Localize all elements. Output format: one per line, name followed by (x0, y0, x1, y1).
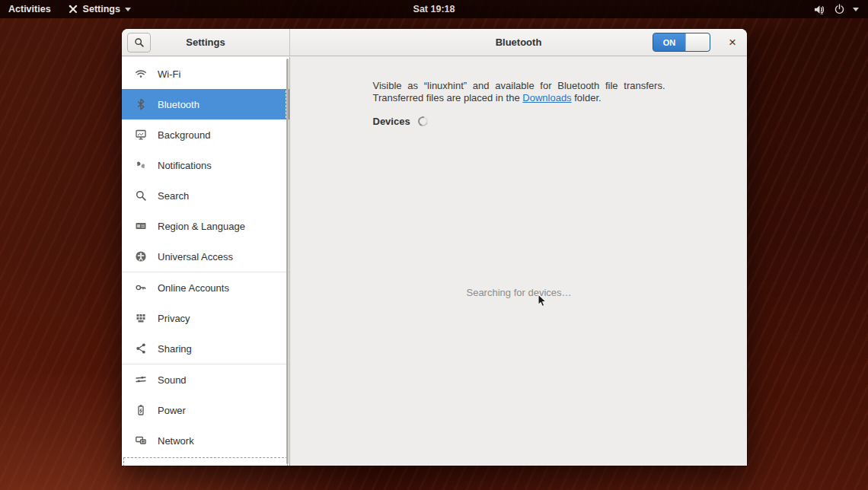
system-status-area[interactable] (807, 0, 865, 18)
sidebar-header: Settings (122, 29, 290, 56)
devices-icon (135, 465, 147, 466)
sound-icon (135, 374, 147, 386)
region-language-icon (135, 220, 147, 232)
sidebar-item-label: Search (158, 190, 189, 202)
devices-heading: Devices (373, 116, 410, 127)
background-icon (135, 129, 147, 141)
settings-window: Settings Bluetooth ON × Wi-FiBluetoothBa… (122, 29, 747, 466)
bluetooth-toggle[interactable]: ON (653, 33, 710, 52)
sidebar-item-online-accounts[interactable]: Online Accounts (122, 272, 289, 303)
sidebar-item-devices[interactable]: Devices› (122, 456, 289, 466)
sidebar-item-label: Power (158, 405, 186, 416)
panel-header: Bluetooth ON × (290, 29, 747, 56)
sidebar-item-label: Privacy (158, 313, 190, 324)
sidebar-item-power[interactable]: Power (122, 395, 289, 425)
sidebar-item-label: Region & Language (158, 221, 245, 232)
sidebar-item-wi-fi[interactable]: Wi-Fi (122, 59, 289, 89)
toggle-knob[interactable] (685, 33, 710, 51)
chevron-right-icon: › (275, 465, 283, 466)
chevron-down-icon (853, 8, 859, 11)
sidebar-item-sharing[interactable]: Sharing (122, 333, 289, 364)
sidebar-item-sound[interactable]: Sound (122, 364, 289, 395)
sidebar-item-label: Devices (158, 466, 193, 466)
top-bar: Activities Settings Sat 19:18 (0, 0, 868, 18)
spinner-icon (416, 115, 429, 129)
titlebar[interactable]: Settings Bluetooth ON × (122, 29, 747, 56)
sidebar-item-privacy[interactable]: Privacy (122, 303, 289, 333)
sidebar-item-label: Sound (158, 374, 187, 386)
network-icon (135, 434, 147, 447)
bluetooth-panel: Visible as “linuxhint” and available for… (291, 57, 747, 466)
close-button[interactable]: × (724, 34, 741, 51)
sidebar-item-region-language[interactable]: Region & Language (122, 211, 289, 241)
notifications-icon (135, 159, 147, 171)
bluetooth-icon (135, 98, 147, 110)
sidebar-item-label: Universal Access (158, 251, 233, 262)
power-icon (135, 404, 147, 416)
search-icon (135, 189, 147, 202)
sidebar-item-network[interactable]: Network (122, 425, 289, 456)
settings-sidebar: Wi-FiBluetoothBackgroundNotificationsSea… (122, 57, 290, 466)
visibility-description: Visible as “linuxhint” and available for… (373, 80, 665, 104)
online-accounts-icon (135, 282, 147, 294)
sidebar-item-label: Wi-Fi (158, 68, 180, 80)
sharing-icon (135, 342, 147, 355)
sidebar-item-bluetooth[interactable]: Bluetooth (122, 89, 289, 119)
sidebar-item-background[interactable]: Background (122, 119, 289, 150)
sidebar-item-label: Background (158, 129, 210, 141)
downloads-link[interactable]: Downloads (522, 92, 571, 103)
sidebar-scrollbar[interactable] (286, 59, 289, 464)
searching-status: Searching for devices… (291, 287, 747, 298)
toggle-on-label: ON (653, 33, 685, 51)
sidebar-title: Settings (122, 37, 289, 48)
privacy-icon (135, 312, 147, 324)
sidebar-item-notifications[interactable]: Notifications (122, 150, 289, 180)
sidebar-item-search[interactable]: Search (122, 180, 289, 211)
sidebar-item-label: Bluetooth (158, 99, 199, 110)
mouse-cursor (538, 294, 547, 311)
sidebar-item-label: Network (158, 435, 194, 447)
wifi-icon (135, 68, 147, 80)
power-icon (834, 4, 845, 15)
visibility-line1: Visible as “linuxhint” and available for… (373, 80, 665, 92)
sidebar-item-label: Online Accounts (158, 282, 229, 294)
volume-icon (813, 4, 826, 15)
sidebar-list: Wi-FiBluetoothBackgroundNotificationsSea… (122, 59, 289, 466)
visibility-line2: Transferred files are placed in the Down… (373, 92, 665, 104)
sidebar-item-universal-access[interactable]: Universal Access (122, 241, 289, 272)
clock[interactable]: Sat 19:18 (0, 4, 868, 14)
sidebar-item-label: Notifications (158, 160, 212, 171)
universal-access-icon (135, 250, 147, 262)
sidebar-item-label: Sharing (158, 343, 192, 355)
